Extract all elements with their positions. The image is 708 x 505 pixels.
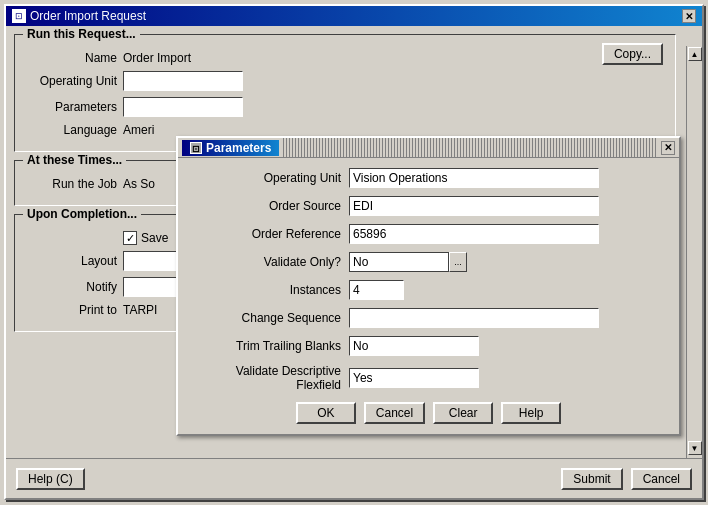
param-validate-only-input[interactable] [349,252,449,272]
language-label: Language [23,123,123,137]
param-validate-only-row: Validate Only? ... [194,252,663,272]
print-to-value: TARPI [123,303,157,317]
scroll-down-arrow[interactable]: ▼ [688,441,702,455]
param-order-ref-row: Order Reference [194,224,663,244]
save-checkbox[interactable]: ✓ [123,231,137,245]
params-title-inner: ⊡ Parameters [182,140,279,156]
param-instances-row: Instances [194,280,663,300]
param-trim-blanks-label: Trim Trailing Blanks [194,339,349,353]
run-job-label: Run the Job [23,177,123,191]
layout-label: Layout [23,254,123,268]
params-title-texture [283,138,657,157]
copy-button[interactable]: Copy... [602,43,663,65]
operating-unit-input[interactable] [123,71,243,91]
notify-label: Notify [23,280,123,294]
operating-unit-row: Operating Unit [23,71,667,91]
param-trim-blanks-input[interactable] [349,336,479,356]
language-row: Language Ameri [23,123,667,137]
parameters-row: Parameters [23,97,667,117]
cancel-button[interactable]: Cancel [631,468,692,490]
param-validate-flex-label: Validate Descriptive Flexfield [194,364,349,392]
help-button[interactable]: Help (C) [16,468,85,490]
scroll-up-arrow[interactable]: ▲ [688,47,702,61]
name-row: Name Order Import [23,51,667,65]
param-operating-unit-label: Operating Unit [194,171,349,185]
main-window: ⊡ Order Import Request ✕ Run this Reques… [4,4,704,500]
params-close-button[interactable]: ✕ [661,141,675,155]
params-buttons-row: OK Cancel Clear Help [194,402,663,424]
language-value: Ameri [123,123,154,137]
validate-only-dropdown-wrapper: ... [349,252,467,272]
params-help-button[interactable]: Help [501,402,561,424]
completion-legend: Upon Completion... [23,207,141,221]
window-icon: ⊡ [12,9,26,23]
right-scrollbar: ▲ ▼ [686,46,702,458]
name-value: Order Import [123,51,191,65]
param-order-source-row: Order Source [194,196,663,216]
param-change-seq-input[interactable] [349,308,599,328]
param-trim-blanks-row: Trim Trailing Blanks [194,336,663,356]
main-window-title: Order Import Request [30,9,146,23]
param-change-seq-row: Change Sequence [194,308,663,328]
param-operating-unit-input[interactable] [349,168,599,188]
param-order-source-label: Order Source [194,199,349,213]
param-operating-unit-row: Operating Unit [194,168,663,188]
main-content-area: Run this Request... Copy... Name Order I… [6,26,702,498]
param-instances-label: Instances [194,283,349,297]
main-title-bar: ⊡ Order Import Request ✕ [6,6,702,26]
param-change-seq-label: Change Sequence [194,311,349,325]
params-icon: ⊡ [190,142,202,154]
param-order-source-input[interactable] [349,196,599,216]
params-cancel-button[interactable]: Cancel [364,402,425,424]
save-label: Save [141,231,168,245]
param-validate-only-label: Validate Only? [194,255,349,269]
run-section: Run this Request... Copy... Name Order I… [14,34,676,152]
name-label: Name [23,51,123,65]
bottom-bar: Help (C) Submit Cancel [6,458,702,498]
validate-only-dropdown-btn[interactable]: ... [449,252,467,272]
run-job-value: As So [123,177,155,191]
params-dialog: ⊡ Parameters ✕ Operating Unit Order Sour… [176,136,681,436]
params-dialog-title: Parameters [206,141,271,155]
operating-unit-label: Operating Unit [23,74,123,88]
param-validate-flex-row: Validate Descriptive Flexfield [194,364,663,392]
parameters-input[interactable] [123,97,243,117]
run-section-legend: Run this Request... [23,27,140,41]
parameters-label: Parameters [23,100,123,114]
at-times-legend: At these Times... [23,153,126,167]
param-order-ref-input[interactable] [349,224,599,244]
submit-button[interactable]: Submit [561,468,622,490]
param-validate-flex-input[interactable] [349,368,479,388]
params-ok-button[interactable]: OK [296,402,356,424]
param-instances-input[interactable] [349,280,404,300]
params-clear-button[interactable]: Clear [433,402,493,424]
main-close-button[interactable]: ✕ [682,9,696,23]
params-title-bar: ⊡ Parameters ✕ [178,138,679,158]
params-content: Operating Unit Order Source Order Refere… [178,158,679,434]
param-order-ref-label: Order Reference [194,227,349,241]
save-checkbox-wrapper: ✓ Save [123,231,168,245]
print-to-label: Print to [23,303,123,317]
